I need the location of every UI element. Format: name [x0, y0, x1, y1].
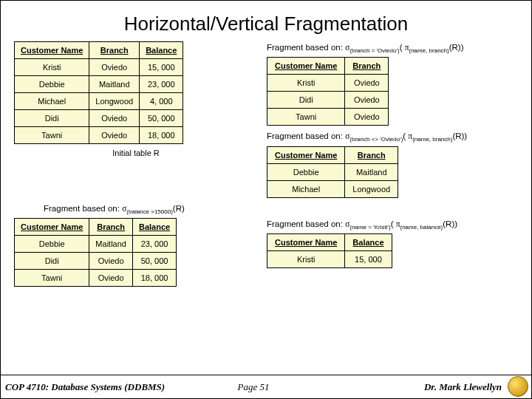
slide-content: Customer Name Branch Balance KristiOvied…: [1, 41, 531, 287]
table-row: Kristi15, 000: [267, 251, 392, 268]
slide: Horizontal/Vertical Fragmentation Custom…: [0, 0, 532, 399]
left-column: Customer Name Branch Balance KristiOvied…: [14, 41, 258, 157]
fragment-not-oviedo-table: Customer NameBranch DebbieMaitland Micha…: [267, 146, 398, 198]
fragment2-caption: Fragment based on: σ(branch <> 'Oviedo')…: [267, 132, 518, 143]
table-row: DebbieMaitland: [267, 163, 398, 180]
footer: COP 4710: Database Systems (DDBMS) Page …: [1, 375, 531, 398]
table-row: MichaelLongwood: [267, 180, 398, 197]
table-header-row: Customer NameBalance: [267, 234, 392, 251]
col-customer-name: Customer Name: [15, 42, 89, 59]
fragment3-caption: Fragment based on: σ(balance >15000)(R): [44, 204, 518, 215]
fragment-kristi-table: Customer NameBalance Kristi15, 000: [267, 233, 392, 268]
table-row: DebbieMaitland23, 000: [15, 235, 177, 252]
initial-table-caption: Initial table R: [14, 149, 258, 157]
right-column-top: Fragment based on: σ(branch = 'Oviedo')(…: [258, 41, 518, 198]
slide-title: Horizontal/Vertical Fragmentation: [1, 1, 531, 41]
col-balance: Balance: [140, 42, 183, 59]
table-row: KristiOviedo: [267, 75, 389, 92]
table-header-row: Customer NameBranchBalance: [15, 218, 177, 235]
table-row: DebbieMaitland23, 000: [15, 76, 183, 93]
left-column-bottom: Customer NameBranchBalance DebbieMaitlan…: [14, 218, 258, 287]
right-column-bottom: Fragment based on: σ(name = 'Kristi')( π…: [258, 218, 518, 268]
bottom-row: Customer NameBranchBalance DebbieMaitlan…: [14, 218, 518, 287]
col-branch: Branch: [89, 42, 140, 59]
table-header-row: Customer NameBranch: [267, 146, 398, 163]
top-row: Customer Name Branch Balance KristiOvied…: [14, 41, 518, 198]
table-row: MichaelLongwood4, 000: [15, 93, 183, 110]
fragment-balance-table: Customer NameBranchBalance DebbieMaitlan…: [14, 218, 177, 287]
fragment1-caption: Fragment based on: σ(branch = 'Oviedo')(…: [267, 43, 518, 54]
table-row: DidiOviedo: [267, 92, 389, 109]
fragment4-caption: Fragment based on: σ(name = 'Kristi')( π…: [267, 219, 518, 231]
table-row: TawniOviedo: [267, 109, 389, 126]
initial-table-r: Customer Name Branch Balance KristiOvied…: [14, 41, 183, 144]
table-row: KristiOviedo15, 000: [15, 59, 183, 76]
table-row: TawniOviedo18, 000: [15, 269, 177, 286]
fragment-oviedo-table: Customer NameBranch KristiOviedo DidiOvi…: [267, 57, 389, 126]
table-header-row: Customer NameBranch: [267, 58, 389, 75]
table-row: DidiOviedo50, 000: [15, 252, 177, 269]
footer-author: Dr. Mark Llewellyn: [298, 381, 531, 393]
footer-course: COP 4710: Database Systems (DDBMS): [1, 381, 209, 393]
ucf-logo-icon: [508, 376, 528, 397]
table-row: TawniOviedo18, 000: [15, 127, 183, 144]
footer-page: Page 51: [209, 381, 298, 393]
table-row: DidiOviedo50, 000: [15, 110, 183, 127]
table-header-row: Customer Name Branch Balance: [15, 42, 183, 59]
